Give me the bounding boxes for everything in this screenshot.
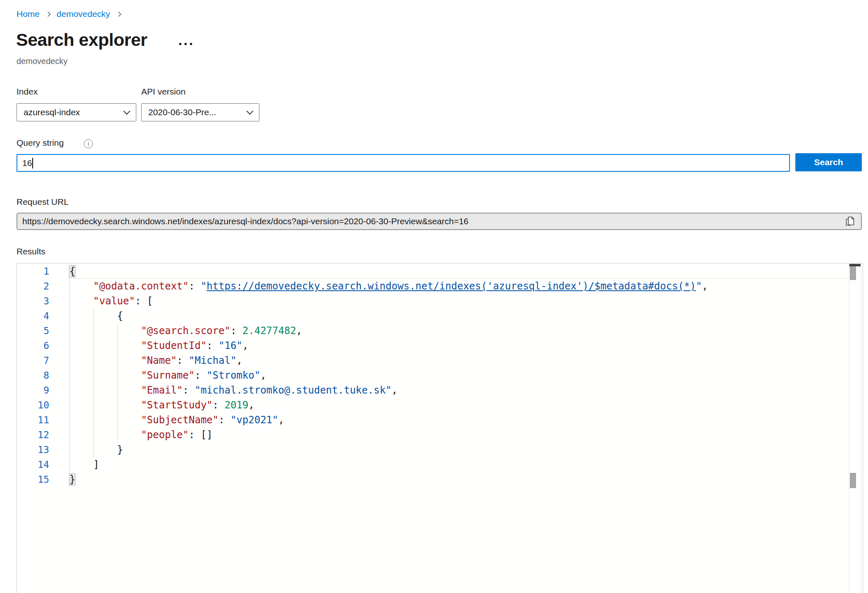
code-token: 2.4277482 <box>242 325 296 337</box>
indent-guide <box>69 413 70 427</box>
code-line[interactable]: } <box>69 472 863 487</box>
index-label: Index <box>17 87 38 97</box>
scrollbar-thumb[interactable] <box>850 266 856 280</box>
line-number: 3 <box>17 294 69 308</box>
breadcrumb-home-link[interactable]: Home <box>17 9 40 19</box>
line-number: 6 <box>17 338 69 353</box>
indent-guide <box>93 383 94 398</box>
search-button[interactable]: Search <box>795 153 862 171</box>
indent-guide <box>117 368 118 383</box>
request-url-label: Request URL <box>17 197 69 207</box>
code-token: , <box>391 384 397 396</box>
indent-guide <box>69 383 70 398</box>
indent-guide <box>93 323 94 338</box>
code-token: "StudentId" <box>141 340 206 351</box>
code-token: "michal.stromko@.student.tuke.sk" <box>194 384 391 396</box>
code-token: "Name" <box>141 355 177 366</box>
request-url-value: https://demovedecky.search.windows.net/i… <box>22 216 844 226</box>
index-dropdown[interactable]: azuresql-index <box>17 103 136 121</box>
indent-guide <box>93 368 94 383</box>
more-actions-button[interactable] <box>178 41 194 47</box>
code-line[interactable]: "Name": "Michal", <box>69 353 863 368</box>
breadcrumb: Home demovedecky <box>17 9 121 19</box>
code-line[interactable]: ] <box>69 457 863 472</box>
indent-guide <box>69 368 70 383</box>
ellipsis-icon <box>190 43 192 45</box>
code-token: : <box>218 414 230 426</box>
query-string-label: Query string <box>17 138 64 148</box>
ellipsis-icon <box>179 43 181 45</box>
code-token: , <box>702 280 708 292</box>
code-line[interactable]: "SubjectName": "vp2021", <box>69 413 863 427</box>
code-token: : <box>189 280 201 292</box>
query-input-value: 16 <box>22 158 32 168</box>
query-input[interactable]: 16 <box>17 154 790 172</box>
code-token: "@search.score" <box>141 325 230 337</box>
indent-guide <box>117 338 118 353</box>
indent-guide <box>117 353 118 368</box>
indent-guide <box>93 413 94 427</box>
line-number: 5 <box>17 323 69 338</box>
code-token: "Stromko" <box>206 370 260 381</box>
indent-guide <box>69 323 70 338</box>
code-token: } <box>117 444 123 455</box>
code-token: , <box>278 414 284 426</box>
code-token: : <box>213 399 225 411</box>
code-area[interactable]: {"@odata.context": "https://demovedecky.… <box>69 264 863 487</box>
api-version-dropdown-value: 2020-06-30-Pre... <box>148 107 216 117</box>
code-line[interactable]: "Surname": "Stromko", <box>69 368 863 383</box>
breadcrumb-service-link[interactable]: demovedecky <box>57 9 110 19</box>
code-line[interactable]: { <box>69 308 863 323</box>
indent-guide <box>69 279 70 294</box>
code-token: 2019 <box>225 399 249 411</box>
api-version-dropdown[interactable]: 2020-06-30-Pre... <box>141 103 259 121</box>
indent-guide <box>69 457 70 472</box>
page-subtitle: demovedecky <box>17 57 67 66</box>
code-token: , <box>242 340 248 351</box>
indent-guide <box>69 353 70 368</box>
indent-guide <box>93 308 94 323</box>
code-token: "people" <box>141 429 189 441</box>
odata-context-link[interactable]: https://demovedecky.search.windows.net/i… <box>206 280 696 292</box>
code-token: } <box>69 474 75 485</box>
line-number: 11 <box>17 413 69 427</box>
results-editor[interactable]: 123456789101112131415 {"@odata.context":… <box>17 263 863 593</box>
code-line[interactable]: "@odata.context": "https://demovedecky.s… <box>69 279 863 294</box>
line-number: 14 <box>17 457 69 472</box>
indent-guide <box>69 294 70 308</box>
code-line[interactable]: "@search.score": 2.4277482, <box>69 323 863 338</box>
code-line[interactable]: "StudentId": "16", <box>69 338 863 353</box>
indent-guide <box>117 427 118 442</box>
indent-guide <box>117 383 118 398</box>
code-line[interactable]: "Email": "michal.stromko@.student.tuke.s… <box>69 383 863 398</box>
code-token: "SubjectName" <box>141 414 218 426</box>
code-token: : [] <box>189 429 213 441</box>
code-token: , <box>248 399 254 411</box>
code-token: " <box>201 280 206 292</box>
line-number: 15 <box>17 472 69 487</box>
api-version-label: API version <box>141 87 185 97</box>
code-token: { <box>117 310 123 322</box>
line-number: 2 <box>17 279 69 294</box>
copy-button[interactable] <box>844 215 856 228</box>
line-number: 8 <box>17 368 69 383</box>
code-line[interactable]: "StartStudy": 2019, <box>69 398 863 413</box>
vertical-scrollbar[interactable] <box>849 264 861 593</box>
line-number: 7 <box>17 353 69 368</box>
copy-icon <box>844 216 855 227</box>
indent-guide <box>69 308 70 323</box>
code-line[interactable]: "people": [] <box>69 427 863 442</box>
chevron-down-icon <box>247 108 254 115</box>
indent-guide <box>93 353 94 368</box>
line-number: 1 <box>17 264 69 279</box>
code-line[interactable]: } <box>69 442 863 457</box>
code-line[interactable]: { <box>69 264 863 279</box>
code-token: "value" <box>93 295 135 307</box>
line-number: 13 <box>17 442 69 457</box>
indent-guide <box>69 427 70 442</box>
code-token: , <box>260 370 266 381</box>
info-icon[interactable] <box>84 139 93 148</box>
indent-guide <box>69 338 70 353</box>
code-line[interactable]: "value": [ <box>69 294 863 308</box>
indent-guide <box>93 427 94 442</box>
